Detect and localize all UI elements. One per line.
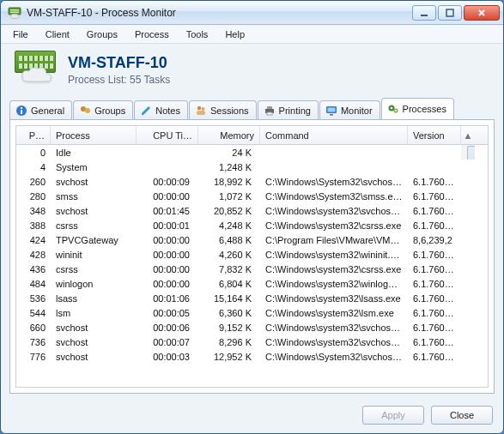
tab-notes[interactable]: Notes bbox=[134, 100, 188, 120]
scroll-up-arrow-icon[interactable]: ▲ bbox=[461, 126, 475, 144]
gears-icon bbox=[387, 103, 399, 115]
cell-cpu: 00:00:00 bbox=[137, 264, 198, 274]
menu-groups[interactable]: Groups bbox=[78, 27, 126, 41]
col-version[interactable]: Version bbox=[408, 126, 461, 144]
menu-help[interactable]: Help bbox=[216, 27, 253, 41]
cell-memory: 15,164 K bbox=[198, 293, 260, 304]
minimize-button[interactable] bbox=[412, 5, 436, 21]
table-row[interactable]: 436csrss00:00:007,832 KC:\Windows\system… bbox=[16, 262, 488, 276]
col-process[interactable]: Process bbox=[51, 126, 137, 144]
cell-version: 6.1.7601.19… bbox=[408, 293, 461, 304]
client-header-text: VM-STAFF-10 Process List: 55 Tasks bbox=[68, 54, 170, 86]
table-row[interactable]: 348svchost00:01:4520,852 KC:\Windows\sys… bbox=[16, 203, 488, 218]
table-row[interactable]: 0Idle24 K bbox=[16, 145, 488, 160]
menu-process[interactable]: Process bbox=[126, 27, 178, 41]
cell-cpu: 00:00:01 bbox=[137, 220, 198, 231]
col-memory[interactable]: Memory bbox=[198, 126, 260, 144]
svg-point-12 bbox=[201, 107, 204, 111]
tab-label: Sessions bbox=[210, 105, 249, 116]
tab-general[interactable]: General bbox=[9, 100, 72, 120]
tab-printing[interactable]: Printing bbox=[258, 100, 319, 120]
scrollbar-track[interactable] bbox=[461, 145, 475, 160]
svg-rect-0 bbox=[9, 8, 21, 15]
table-row[interactable]: 484winlogon00:00:006,804 KC:\Windows\sys… bbox=[16, 276, 488, 291]
cell-cpu: 00:00:00 bbox=[137, 191, 198, 202]
table-row[interactable]: 736svchost00:00:078,296 KC:\Windows\syst… bbox=[16, 335, 488, 349]
tab-sessions[interactable]: Sessions bbox=[189, 100, 257, 120]
cell-command: C:\Windows\system32\svchost… bbox=[260, 322, 408, 333]
close-window-button[interactable] bbox=[464, 5, 500, 21]
svg-rect-13 bbox=[197, 111, 205, 115]
window-title: VM-STAFF-10 - Process Monitor bbox=[27, 7, 412, 19]
cell-command: C:\Windows\system32\csrss.exe bbox=[260, 264, 408, 274]
cell-process: Idle bbox=[51, 148, 137, 158]
people-icon bbox=[195, 105, 207, 117]
cell-command: C:\Windows\System32\svchost… bbox=[260, 177, 408, 187]
cell-pid: 544 bbox=[16, 308, 51, 318]
apply-button[interactable]: Apply bbox=[362, 406, 424, 425]
scrollbar-thumb[interactable] bbox=[467, 146, 475, 160]
process-grid[interactable]: P… Process CPU Ti… Memory Command Versio… bbox=[15, 125, 489, 388]
table-row[interactable]: 280smss00:00:001,072 KC:\Windows\System3… bbox=[16, 189, 488, 203]
table-row[interactable]: 660svchost00:00:069,152 KC:\Windows\syst… bbox=[16, 320, 488, 335]
cell-pid: 424 bbox=[16, 235, 51, 245]
cell-memory: 4,248 K bbox=[198, 220, 260, 231]
cell-command: C:\Windows\system32\svchost… bbox=[260, 337, 408, 347]
cell-command: C:\Windows\system32\csrss.exe bbox=[260, 220, 408, 231]
svg-rect-19 bbox=[330, 114, 333, 116]
table-row[interactable]: 536lsass00:01:0615,164 KC:\Windows\syste… bbox=[16, 291, 488, 305]
menu-tools[interactable]: Tools bbox=[178, 27, 217, 41]
cell-cpu: 00:01:06 bbox=[137, 293, 198, 304]
cell-command: C:\Windows\System32\smss.exe bbox=[260, 191, 408, 202]
groups-icon bbox=[79, 105, 91, 117]
cell-command: C:\Windows\System32\svchost… bbox=[260, 352, 408, 362]
svg-point-11 bbox=[197, 106, 201, 110]
cell-process: smss bbox=[51, 191, 137, 202]
cell-version: 6.1.7600.16… bbox=[408, 220, 461, 231]
tab-groups[interactable]: Groups bbox=[73, 100, 133, 120]
cell-process: csrss bbox=[51, 220, 137, 231]
svg-rect-16 bbox=[267, 112, 272, 115]
table-row[interactable]: 544lsm00:00:056,360 KC:\Windows\system32… bbox=[16, 305, 488, 320]
pencil-icon bbox=[140, 105, 152, 117]
tabstrip: GeneralGroupsNotesSessionsPrintingMonito… bbox=[1, 97, 503, 119]
client-subtitle: Process List: 55 Tasks bbox=[68, 74, 170, 86]
cell-pid: 484 bbox=[16, 279, 51, 289]
cell-memory: 7,832 K bbox=[198, 264, 260, 274]
table-row[interactable]: 388csrss00:00:014,248 KC:\Windows\system… bbox=[16, 218, 488, 232]
col-pid[interactable]: P… bbox=[16, 126, 51, 144]
tab-monitor[interactable]: Monitor bbox=[319, 100, 380, 120]
table-row[interactable]: 424TPVCGateway00:00:006,488 KC:\Program … bbox=[16, 232, 488, 247]
menu-client[interactable]: Client bbox=[37, 27, 78, 41]
table-row[interactable]: 776svchost00:00:0312,952 KC:\Windows\Sys… bbox=[16, 349, 488, 364]
col-cpu[interactable]: CPU Ti… bbox=[137, 126, 198, 144]
cell-pid: 280 bbox=[16, 191, 51, 202]
cell-memory: 4,260 K bbox=[198, 250, 260, 260]
grid-body[interactable]: 0Idle24 K4System1,248 K260svchost00:00:0… bbox=[16, 145, 488, 387]
svg-rect-1 bbox=[10, 9, 19, 11]
cell-command: C:\Windows\system32\winlogon… bbox=[260, 279, 408, 289]
svg-rect-8 bbox=[21, 107, 22, 109]
close-button[interactable]: Close bbox=[431, 406, 493, 425]
cell-process: wininit bbox=[51, 250, 137, 260]
processes-panel: P… Process CPU Ti… Memory Command Versio… bbox=[9, 119, 495, 394]
window-buttons bbox=[412, 5, 500, 21]
menu-file[interactable]: File bbox=[4, 27, 37, 41]
svg-rect-15 bbox=[267, 106, 272, 109]
tab-label: Monitor bbox=[341, 105, 373, 116]
cell-process: winlogon bbox=[51, 279, 137, 289]
cell-version: 6.1.7600.16… bbox=[408, 250, 461, 260]
table-row[interactable]: 428wininit00:00:004,260 KC:\Windows\syst… bbox=[16, 247, 488, 262]
cell-memory: 12,952 K bbox=[198, 352, 260, 362]
col-command[interactable]: Command bbox=[260, 126, 408, 144]
svg-point-10 bbox=[85, 108, 90, 113]
titlebar[interactable]: VM-STAFF-10 - Process Monitor bbox=[1, 1, 503, 25]
grid-header[interactable]: P… Process CPU Ti… Memory Command Versio… bbox=[16, 126, 488, 145]
table-row[interactable]: 260svchost00:00:0918,992 KC:\Windows\Sys… bbox=[16, 174, 488, 189]
maximize-button[interactable] bbox=[438, 5, 462, 21]
cell-pid: 0 bbox=[16, 148, 51, 158]
table-row[interactable]: 4System1,248 K bbox=[16, 160, 488, 174]
cell-process: svchost bbox=[51, 322, 137, 333]
cell-cpu: 00:00:03 bbox=[137, 352, 198, 362]
tab-processes[interactable]: Processes bbox=[381, 98, 454, 119]
